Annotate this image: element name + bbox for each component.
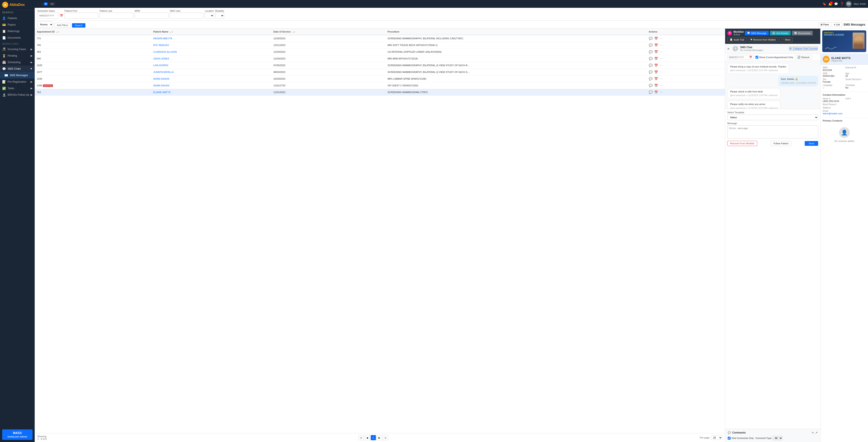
col-patient-name[interactable]: Patient Name ▲▼ bbox=[151, 29, 271, 35]
show-current-label[interactable]: Show Current Appointment Only bbox=[755, 56, 793, 59]
calendar-action-icon[interactable]: 📅 bbox=[654, 43, 658, 47]
chat-action-icon[interactable]: 💬 bbox=[649, 84, 653, 87]
table-row[interactable]: 1077 JUANITA BATALLA 08/04/2023 SCREENIN… bbox=[35, 69, 725, 76]
sms-user-input[interactable] bbox=[170, 12, 204, 19]
patient-first-input[interactable] bbox=[64, 12, 98, 19]
chat-icon[interactable]: 💬 bbox=[834, 2, 838, 6]
calendar-action-icon[interactable]: 📅 bbox=[654, 37, 658, 40]
back-icon[interactable]: ◀ bbox=[40, 2, 42, 5]
rooms-select[interactable]: Rooms bbox=[37, 22, 53, 28]
collapse-chat-button[interactable]: 👁 Collapse Chat Console bbox=[789, 47, 818, 50]
patient-name-cell[interactable]: CLARENCE ALLISON bbox=[151, 49, 271, 55]
visit-details-button[interactable]: 🏥 Visit Details bbox=[770, 31, 790, 35]
search-button[interactable]: Search bbox=[72, 23, 86, 28]
external-comment-button[interactable]: ↗ bbox=[815, 431, 818, 435]
mrn-input[interactable] bbox=[135, 12, 168, 19]
message-textarea[interactable] bbox=[727, 125, 818, 139]
remove-from-waitlist-button[interactable]: ✖ Remove from Waitlist bbox=[748, 37, 778, 42]
table-row[interactable]: 1200 ADAM DAGAN 10/29/2023 MRI LUMBAR SP… bbox=[35, 76, 725, 82]
patient-name-cell[interactable]: LISA NORRIS bbox=[151, 62, 271, 69]
bookmark-icon[interactable]: 🔖 bbox=[823, 2, 826, 6]
tab-count-badge[interactable]: 9 bbox=[44, 2, 48, 5]
chat-action-icon[interactable]: 💬 bbox=[649, 50, 653, 54]
more-action-icon[interactable]: ⋯ bbox=[660, 37, 663, 40]
more-action-icon[interactable]: ⋯ bbox=[660, 77, 663, 81]
calendar-action-icon[interactable]: 📅 bbox=[654, 70, 658, 74]
patient-name-cell[interactable]: ADAM DAGAN bbox=[151, 76, 271, 82]
comment-type-select[interactable]: All bbox=[772, 436, 783, 440]
sort-icon[interactable]: ▲▼ bbox=[170, 31, 174, 33]
more-action-icon[interactable]: ⋯ bbox=[660, 70, 663, 74]
calendar-icon[interactable]: 📅 bbox=[60, 14, 63, 17]
table-row[interactable]: 886 GAVIN JONES 12/20/2023 MRI ARM WITHO… bbox=[35, 55, 725, 62]
patient-name-cell[interactable]: GAVIN JONES bbox=[151, 55, 271, 62]
show-current-checkbox[interactable] bbox=[755, 56, 758, 59]
sidebar-item-referrings[interactable]: 📋 Referrings bbox=[0, 28, 35, 34]
chat-action-icon[interactable]: 💬 bbox=[649, 37, 653, 40]
col-appointment-id[interactable]: Appointment ID ▲▼ bbox=[35, 29, 151, 35]
table-row[interactable]: 772 RENATA ABEYTA 12/20/2023 SCREENING M… bbox=[35, 35, 725, 42]
calendar-action-icon[interactable]: 📅 bbox=[654, 90, 658, 94]
more-action-icon[interactable]: ⋯ bbox=[660, 90, 663, 94]
sidebar-item-incoming-faxes[interactable]: 📠Incoming Faxes ▶ bbox=[0, 46, 35, 53]
pane-button[interactable]: ⊞ Pane bbox=[818, 22, 831, 27]
template-select[interactable]: Select bbox=[727, 115, 818, 120]
chat-action-icon[interactable]: 💬 bbox=[649, 90, 653, 94]
audit-trail-button[interactable]: 📋 Audit Trail bbox=[727, 37, 747, 42]
list-button[interactable]: ≡ List bbox=[832, 22, 842, 27]
chat-action-icon[interactable]: 💬 bbox=[649, 43, 653, 47]
calendar-action-icon[interactable]: 📅 bbox=[654, 64, 658, 67]
table-row[interactable]: 795 ROY BENLIEV 12/21/2023 MRI SOFT TISS… bbox=[35, 42, 725, 49]
sort-icon[interactable]: ▲▼ bbox=[56, 31, 60, 33]
table-row[interactable]: 1029 LISA NORRIS 07/05/2022 SCREENING MA… bbox=[35, 62, 725, 69]
visit-comments-checkbox[interactable] bbox=[728, 437, 731, 440]
sidebar-item-documents[interactable]: 📄 Documents bbox=[0, 34, 35, 41]
sidebar-item-pre-registration[interactable]: 📝Pre-Registration ▶ bbox=[0, 79, 35, 85]
sort-icon[interactable]: ▲▼ bbox=[292, 31, 296, 33]
refresh-button[interactable]: 🔄 Refresh bbox=[795, 55, 812, 59]
follow-patient-button[interactable]: Follow Patient bbox=[771, 141, 791, 146]
sidebar-item-payers[interactable]: 💳 Payers bbox=[0, 22, 35, 28]
col-procedure[interactable]: Procedure bbox=[385, 29, 647, 35]
location-select[interactable] bbox=[205, 12, 214, 19]
notification-icon[interactable]: 🔔 1 bbox=[828, 2, 832, 6]
visit-comments-checkbox-label[interactable]: Visit Comments Only bbox=[728, 437, 754, 440]
patient-name-cell[interactable]: ROY BENLIEV bbox=[151, 42, 271, 49]
sidebar-item-sms-chats[interactable]: 💬SMS Chats ▼ bbox=[0, 65, 35, 72]
more-action-icon[interactable]: ⋯ bbox=[660, 64, 663, 67]
reschedule-button[interactable]: 🔄 Reschedule bbox=[792, 31, 813, 35]
patient-name-cell[interactable]: ADAM DAGAN bbox=[151, 82, 271, 89]
patient-name-cell[interactable]: RENATA ABEYTA bbox=[151, 35, 271, 42]
expand-icon[interactable]: ▶ bbox=[728, 47, 730, 50]
table-row[interactable]: 1395 26,875🔒 ADAM DAGAN 11/01/1753 XR CH… bbox=[35, 82, 725, 89]
calendar-action-icon[interactable]: 📅 bbox=[654, 57, 658, 60]
remove-from-worklist-button[interactable]: Remove From Worklist bbox=[727, 141, 757, 146]
next-page-btn[interactable]: ▶ bbox=[377, 435, 382, 440]
sidebar-item-birads[interactable]: 🔬BIRADs Follow-Up ▶ bbox=[0, 92, 35, 98]
more-button[interactable]: ⋯ More bbox=[779, 37, 793, 42]
more-action-icon[interactable]: ⋯ bbox=[660, 57, 663, 60]
add-filters-button[interactable]: Add Filters bbox=[54, 23, 71, 28]
chat-action-icon[interactable]: 💬 bbox=[649, 70, 653, 74]
calendar-icon[interactable]: 📅 bbox=[749, 56, 752, 59]
table-row[interactable]: 763 ELAINE WATTS 11/01/2022 SCREENING MA… bbox=[35, 89, 725, 96]
per-page-select[interactable]: 25 50 100 bbox=[711, 436, 722, 440]
prev-page-btn[interactable]: ◀ bbox=[365, 435, 370, 440]
chat-action-icon[interactable]: 💬 bbox=[649, 57, 653, 60]
tab-all[interactable]: All bbox=[49, 2, 55, 5]
sidebar-item-scheduling[interactable]: 📅Scheduling ▶ bbox=[0, 59, 35, 65]
table-row[interactable]: 483 CLARENCE ALLISON 12/20/2023 US ARTER… bbox=[35, 49, 725, 55]
sms-message-button[interactable]: 💬 SMS Message bbox=[745, 31, 769, 35]
chat-date-input[interactable] bbox=[729, 56, 748, 59]
more-action-icon[interactable]: ⋯ bbox=[660, 43, 663, 47]
modality-select[interactable] bbox=[215, 12, 224, 19]
patient-name-cell[interactable]: JUANITA BATALLA bbox=[151, 69, 271, 76]
sidebar-item-patients[interactable]: 👤 Patients bbox=[0, 15, 35, 22]
first-page-btn[interactable]: ⟨⟨ bbox=[359, 435, 364, 440]
calendar-action-icon[interactable]: 📅 bbox=[654, 77, 658, 81]
more-action-icon[interactable]: ⋯ bbox=[660, 50, 663, 54]
patient-last-input[interactable] bbox=[99, 12, 133, 19]
chat-action-icon[interactable]: 💬 bbox=[649, 64, 653, 67]
send-button[interactable]: Send bbox=[805, 141, 818, 146]
more-action-icon[interactable]: ⋯ bbox=[660, 84, 663, 87]
